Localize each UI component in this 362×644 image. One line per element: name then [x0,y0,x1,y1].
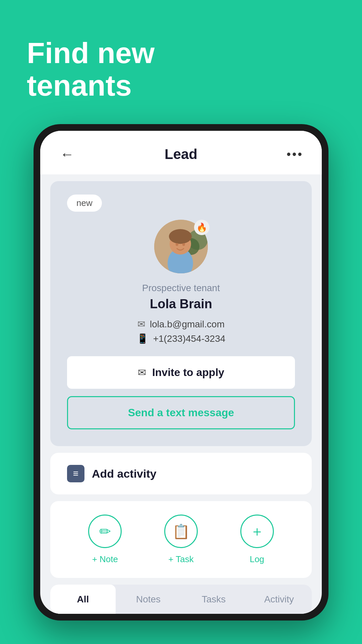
note-icon: ✏ [99,523,111,540]
send-text-message-button[interactable]: Send a text message [67,396,295,429]
task-circle: 📋 [164,515,198,548]
phone-row: 📱 +1(233)454-3234 [67,333,295,344]
more-dots-icon: ••• [287,147,303,161]
log-label: Log [250,554,264,565]
invite-button-label: Invite to apply [152,366,224,379]
new-badge: new [67,195,102,212]
more-options-button[interactable]: ••• [285,144,305,164]
tenant-name: Lola Brain [67,297,295,311]
svg-point-7 [182,243,185,246]
tabs-row: All Notes Tasks Activity [50,585,312,614]
tenant-type-label: Prospective tenant [67,283,295,293]
list-icon: ≡ [73,468,78,479]
invite-to-apply-button[interactable]: ✉ Invite to apply [67,356,295,389]
tab-tasks[interactable]: Tasks [181,585,246,614]
email-icon: ✉ [137,319,145,330]
activity-header: ≡ Add activity [67,465,295,482]
screen-title: Lead [165,146,197,162]
svg-point-5 [169,229,192,244]
text-message-button-label: Send a text message [128,407,234,419]
avatar-container: 🔥 [67,220,295,273]
email-value: lola.b@gmail.com [150,319,225,330]
task-icon: 📋 [172,523,190,540]
phone-screen: ← Lead ••• new [40,131,322,614]
task-label: + Task [168,554,193,565]
avatar-wrapper: 🔥 [154,220,208,273]
tab-all-label: All [77,594,89,604]
email-row: ✉ lola.b@gmail.com [67,319,295,330]
add-activity-section: ≡ Add activity [50,453,312,494]
actions-section: ✏ + Note 📋 + Task ＋ Log [50,501,312,578]
tab-all[interactable]: All [50,585,116,614]
envelope-icon: ✉ [138,367,146,378]
activity-icon: ≡ [67,465,84,482]
back-arrow-icon: ← [60,146,74,162]
note-circle: ✏ [88,515,122,548]
log-action[interactable]: ＋ Log [240,515,274,565]
phone-icon: 📱 [137,333,148,344]
phone-frame: ← Lead ••• new [34,124,328,621]
tenant-card: new [50,181,312,446]
add-task-action[interactable]: 📋 + Task [164,515,198,565]
activity-title: Add activity [92,467,157,480]
tab-notes[interactable]: Notes [116,585,181,614]
log-icon: ＋ [250,522,264,541]
app-bar: ← Lead ••• [40,131,322,174]
tabs-section: All Notes Tasks Activity [50,585,312,614]
tab-activity[interactable]: Activity [246,585,312,614]
phone-value: +1(233)454-3234 [153,333,226,344]
log-circle: ＋ [240,515,274,548]
tab-notes-label: Notes [136,594,161,604]
back-button[interactable]: ← [57,144,77,164]
tab-tasks-label: Tasks [202,594,226,604]
fire-badge: 🔥 [194,220,209,235]
add-note-action[interactable]: ✏ + Note [88,515,122,565]
fire-icon: 🔥 [196,222,207,233]
tab-activity-label: Activity [264,594,294,604]
note-label: + Note [92,554,118,565]
hero-title: Find new tenants [27,37,261,102]
svg-point-6 [176,243,178,246]
